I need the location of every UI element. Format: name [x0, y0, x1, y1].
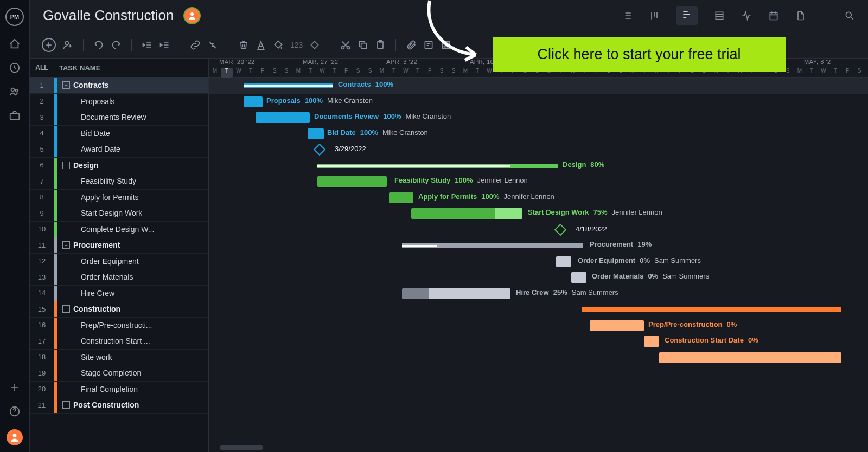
board-view-icon[interactable]	[649, 10, 660, 21]
fill-icon[interactable]	[273, 40, 284, 50]
task-row[interactable]: 20 Final Completion	[30, 382, 208, 398]
link-icon[interactable]	[190, 40, 201, 50]
files-view-icon[interactable]	[795, 10, 806, 21]
calendar-view-icon[interactable]	[768, 10, 779, 21]
col-header-task-name[interactable]: TASK NAME	[54, 64, 208, 72]
font-icon[interactable]	[256, 40, 266, 50]
task-row[interactable]: 19 Stage Completion	[30, 365, 208, 382]
task-bar[interactable]	[317, 176, 387, 187]
gantt-row[interactable]: Hire Crew25%Sam Summers	[209, 286, 868, 302]
task-row[interactable]: 8 Apply for Permits	[30, 190, 208, 206]
summary-bar[interactable]	[582, 307, 841, 312]
task-row[interactable]: 6 − Design	[30, 158, 208, 174]
gantt-row[interactable]: Construction Start Date0%	[209, 333, 868, 350]
collapse-icon[interactable]: −	[62, 81, 70, 89]
gantt-row[interactable]: Feasibility Study100%Jennifer Lennon	[209, 173, 868, 190]
activity-view-icon[interactable]	[741, 10, 752, 21]
gantt-row[interactable]	[209, 397, 868, 414]
redo-icon[interactable]	[111, 40, 122, 50]
gantt-row[interactable]: 4/18/2022	[209, 222, 868, 238]
task-bar[interactable]	[402, 288, 510, 299]
task-bar[interactable]	[411, 208, 522, 219]
task-row[interactable]: 12 Order Equipment	[30, 254, 208, 270]
task-bar[interactable]	[590, 320, 644, 331]
task-bar[interactable]	[256, 112, 310, 123]
home-icon[interactable]	[9, 38, 21, 50]
cut-icon[interactable]	[340, 40, 351, 50]
task-row[interactable]: 7 Feasibility Study	[30, 173, 208, 190]
attachment-icon[interactable]	[406, 40, 417, 50]
gantt-row[interactable]: Order Equipment0%Sam Summers	[209, 254, 868, 270]
col-header-all[interactable]: ALL	[30, 64, 54, 72]
gantt-row[interactable]: Prep/Pre-construction0%	[209, 318, 868, 334]
task-bar[interactable]	[389, 192, 413, 203]
outdent-icon[interactable]	[142, 40, 152, 50]
summary-bar[interactable]	[402, 243, 583, 248]
pm-logo[interactable]: PM	[5, 8, 24, 26]
milestone-diamond[interactable]	[554, 223, 567, 236]
gantt-row[interactable]	[209, 350, 868, 366]
gantt-row[interactable]: Documents Review100%Mike Cranston	[209, 109, 868, 126]
sheet-view-icon[interactable]	[714, 10, 725, 21]
collapse-icon[interactable]: −	[62, 241, 70, 249]
search-icon[interactable]	[844, 10, 855, 21]
gantt-row[interactable]	[209, 382, 868, 398]
user-avatar[interactable]	[7, 429, 23, 445]
task-row[interactable]: 14 Hire Crew	[30, 286, 208, 302]
assign-icon[interactable]	[62, 40, 73, 50]
task-row[interactable]: 5 Award Date	[30, 141, 208, 158]
task-bar[interactable]	[659, 352, 841, 363]
add-icon[interactable]	[9, 382, 21, 393]
gantt-row[interactable]	[209, 365, 868, 382]
team-icon[interactable]	[9, 86, 21, 98]
collapse-icon[interactable]: −	[62, 401, 70, 409]
unlink-icon[interactable]	[207, 40, 218, 50]
collapse-icon[interactable]: −	[62, 305, 70, 313]
note-icon[interactable]	[423, 40, 434, 50]
indent-icon[interactable]	[159, 40, 170, 50]
grid-icon[interactable]	[441, 40, 451, 50]
task-row[interactable]: 18 Site work	[30, 350, 208, 366]
task-row[interactable]: 16 Prep/Pre-constructi...	[30, 318, 208, 334]
gantt-row[interactable]: Start Design Work75%Jennifer Lennon	[209, 205, 868, 222]
list-view-icon[interactable]	[622, 10, 633, 21]
gantt-row[interactable]	[209, 301, 868, 318]
horizontal-scrollbar[interactable]	[220, 445, 263, 450]
paste-icon[interactable]	[375, 40, 386, 50]
summary-bar[interactable]	[317, 164, 558, 168]
gantt-row[interactable]: Procurement19%	[209, 237, 868, 254]
summary-bar[interactable]	[244, 83, 333, 88]
undo-icon[interactable]	[93, 40, 104, 50]
task-bar[interactable]	[644, 336, 659, 347]
gantt-row[interactable]: Contracts100%	[209, 78, 868, 94]
gantt-row[interactable]: Design80%	[209, 158, 868, 174]
collapse-icon[interactable]: −	[62, 162, 70, 169]
task-row[interactable]: 21 − Post Construction	[30, 397, 208, 414]
recent-icon[interactable]	[9, 62, 21, 74]
project-member-avatar[interactable]	[183, 7, 201, 24]
milestone-diamond[interactable]	[314, 144, 326, 156]
task-row[interactable]: 9 Start Design Work	[30, 205, 208, 222]
task-bar[interactable]	[244, 96, 263, 107]
add-task-button[interactable]	[42, 38, 56, 52]
gantt-chart[interactable]: MAR, 20 '22MAR, 27 '22APR, 3 '22APR, 10 …	[209, 59, 868, 452]
copy-icon[interactable]	[358, 40, 368, 50]
help-icon[interactable]	[9, 405, 21, 417]
task-row[interactable]: 2 Proposals	[30, 94, 208, 110]
task-row[interactable]: 15 − Construction	[30, 301, 208, 318]
task-row[interactable]: 13 Order Materials	[30, 269, 208, 286]
task-row[interactable]: 3 Documents Review	[30, 109, 208, 126]
diamond-icon[interactable]	[309, 40, 320, 50]
task-row[interactable]: 11 − Procurement	[30, 237, 208, 254]
gantt-row[interactable]: Apply for Permits100%Jennifer Lennon	[209, 190, 868, 206]
task-row[interactable]: 4 Bid Date	[30, 126, 208, 142]
gantt-row[interactable]: Proposals100%Mike Cranston	[209, 94, 868, 110]
briefcase-icon[interactable]	[9, 109, 21, 121]
task-row[interactable]: 10 Complete Design W...	[30, 222, 208, 238]
gantt-row[interactable]: 3/29/2022	[209, 141, 868, 158]
gantt-row[interactable]: Bid Date100%Mike Cranston	[209, 126, 868, 142]
task-bar[interactable]	[308, 128, 324, 139]
task-row[interactable]: 17 Construction Start ...	[30, 333, 208, 350]
delete-icon[interactable]	[238, 40, 249, 50]
gantt-view-icon[interactable]	[676, 6, 698, 25]
